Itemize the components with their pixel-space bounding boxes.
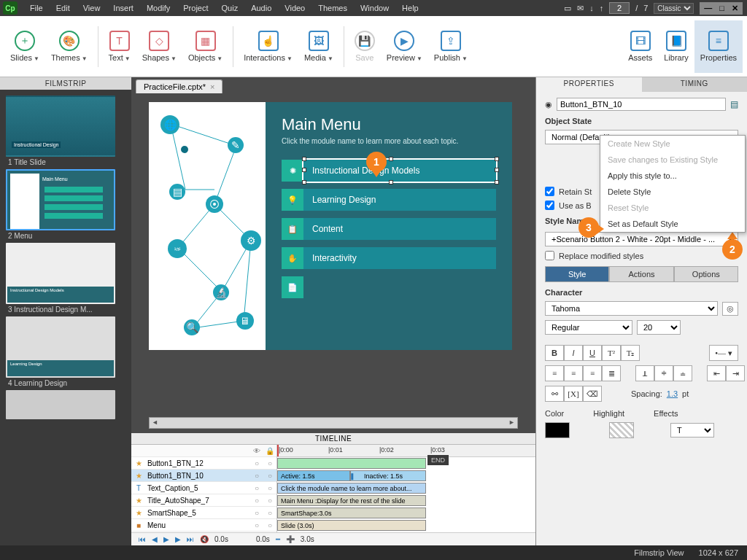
eye-icon[interactable]: 👁 <box>250 447 263 455</box>
subtab-options[interactable]: Options <box>674 266 738 282</box>
tl-zoomin-icon[interactable]: ➕ <box>286 535 295 543</box>
bold-button[interactable]: B <box>545 345 564 361</box>
window-close-icon[interactable]: ✕ <box>732 4 738 13</box>
menu-window[interactable]: Window <box>354 4 395 12</box>
window-min-icon[interactable]: — <box>704 4 712 13</box>
style-name-select[interactable]: +Scenario Button 2 - White - 20pt - Midd… <box>545 232 738 246</box>
down-arrow-icon[interactable]: ↓ <box>589 4 594 12</box>
var-button[interactable]: [X] <box>564 386 583 402</box>
effects-select[interactable]: T <box>670 423 714 438</box>
clear-button[interactable]: ⌫ <box>583 386 602 402</box>
workspace-select[interactable]: Classic <box>654 3 694 14</box>
document-tab[interactable]: PracticeFile.cptx* × <box>136 79 222 93</box>
font-weight-select[interactable]: Regular <box>545 320 632 335</box>
align-right-button[interactable]: ≡ <box>583 365 602 381</box>
window-max-icon[interactable]: □ <box>719 4 724 13</box>
page-current-input[interactable]: 2 <box>609 2 630 14</box>
close-tab-icon[interactable]: × <box>210 82 214 91</box>
ribbon-preview[interactable]: ▶Preview▼ <box>381 20 428 73</box>
timeline-bar-inactive[interactable]: ❚❚Inactive: 1.5s <box>350 470 426 481</box>
timeline-ruler[interactable]: |0:00 |0:01 |0:02 |0:03 <box>277 445 535 457</box>
ribbon-publish[interactable]: ⇪Publish▼ <box>428 20 473 73</box>
list-button[interactable]: •— ▾ <box>709 345 738 361</box>
ribbon-interactions[interactable]: ☝Interactions▼ <box>238 20 298 73</box>
menu-button-1[interactable]: ✺ Instructional Design Models <box>282 160 496 182</box>
italic-button[interactable]: I <box>564 345 583 361</box>
menu-button-3[interactable]: 📋Content <box>282 218 496 240</box>
timeline-bar-5[interactable]: SmartShape:3.0s <box>277 508 426 518</box>
highlight-swatch[interactable] <box>609 422 634 438</box>
replace-styles-checkbox[interactable] <box>545 251 554 260</box>
ctx-set-default-style[interactable]: Set as Default Style <box>600 216 745 232</box>
tl-play-icon[interactable]: ▶ <box>163 535 169 543</box>
layout-icon[interactable]: ▭ <box>564 4 571 13</box>
align-justify-button[interactable]: ≣ <box>602 365 621 381</box>
lock-icon[interactable]: 🔒 <box>263 447 276 455</box>
timeline-bar-4[interactable]: Main Menu :Display for the rest of the s… <box>277 495 426 506</box>
valign-top-button[interactable]: ⫫ <box>635 365 654 381</box>
timeline-bar-active[interactable]: Active: 1.5s <box>277 470 350 481</box>
font-size-select[interactable]: 20 <box>637 320 681 335</box>
retain-checkbox[interactable] <box>545 187 554 196</box>
ribbon-themes[interactable]: 🎨Themes▼ <box>45 20 93 73</box>
menu-file[interactable]: File <box>23 4 50 12</box>
ctx-delete-style[interactable]: Delete Style <box>600 184 745 200</box>
align-left-button[interactable]: ≡ <box>545 365 564 381</box>
timeline-row-6[interactable]: ■Menu○○ <box>131 519 276 532</box>
spacing-value[interactable]: 1.3 <box>667 389 678 398</box>
menu-themes[interactable]: Themes <box>311 4 354 12</box>
canvas-hscrollbar[interactable] <box>149 417 518 429</box>
menu-project[interactable]: Project <box>177 4 214 12</box>
filmstrip-thumb-2[interactable]: Main Menu 2 Menu <box>6 169 125 240</box>
timeline-row-5[interactable]: ★SmartShape_5○○ <box>131 507 276 519</box>
valign-mid-button[interactable]: ⫩ <box>654 365 673 381</box>
panel-menu-icon[interactable]: ▤ <box>730 99 738 109</box>
useas-checkbox[interactable] <box>545 201 554 210</box>
mail-icon[interactable]: ✉ <box>577 4 584 13</box>
menu-modify[interactable]: Modify <box>140 4 177 12</box>
tl-last-icon[interactable]: ⏭ <box>187 535 194 543</box>
menu-video[interactable]: Video <box>278 4 311 12</box>
filmstrip-thumb-3[interactable]: Instructional Design Models 3 Instructio… <box>6 243 125 314</box>
ctx-apply-style[interactable]: Apply this style to... <box>600 168 745 184</box>
ribbon-slides[interactable]: ＋Slides▼ <box>4 20 45 73</box>
filmstrip-thumb-4[interactable]: Learning Design 4 Learning Design <box>6 316 125 387</box>
timeline-row-1[interactable]: ★Button1_BTN_12○○ <box>131 457 276 470</box>
style-context-menu[interactable]: Create New Style Save changes to Existin… <box>600 135 746 233</box>
underline-button[interactable]: U <box>583 345 602 361</box>
up-arrow-icon[interactable]: ↑ <box>600 4 604 12</box>
filmstrip-thumb-5[interactable] <box>6 390 125 419</box>
menu-quiz[interactable]: Quiz <box>215 4 245 12</box>
ribbon-library[interactable]: 📘Library <box>658 20 694 73</box>
ribbon-assets[interactable]: 🎞Assets <box>622 20 658 73</box>
subscript-button[interactable]: T₂ <box>621 345 640 361</box>
filmstrip-thumb-1[interactable]: Instructional Design 1 Title Slide <box>6 96 125 166</box>
timeline-bar-6[interactable]: Slide (3.0s) <box>277 520 426 531</box>
align-center-button[interactable]: ≡ <box>564 365 583 381</box>
ribbon-properties[interactable]: ≡Properties <box>694 20 743 73</box>
menu-view[interactable]: View <box>77 4 107 12</box>
subtab-style[interactable]: Style <box>545 266 609 282</box>
tl-first-icon[interactable]: ⏮ <box>139 535 146 543</box>
color-swatch[interactable] <box>545 422 570 438</box>
tl-prev-icon[interactable]: ◀ <box>152 535 158 543</box>
panel-tab-timing[interactable]: TIMING <box>642 77 748 92</box>
tl-next-icon[interactable]: ▶ <box>175 535 181 543</box>
tl-zoomout-icon[interactable]: ━ <box>276 535 280 543</box>
tl-mute-icon[interactable]: 🔇 <box>200 535 209 543</box>
menu-button-5[interactable]: 📄 <box>282 276 311 298</box>
timeline-bar-3[interactable]: Click the module name to learn more abou… <box>277 483 426 494</box>
menu-insert[interactable]: Insert <box>107 4 140 12</box>
ribbon-objects[interactable]: ▦Objects▼ <box>182 20 228 73</box>
indent-left-button[interactable]: ⇤ <box>707 365 726 381</box>
menu-edit[interactable]: Edit <box>50 4 77 12</box>
ribbon-media[interactable]: 🖼Media▼ <box>298 20 339 73</box>
ribbon-text[interactable]: TText▼ <box>103 20 136 73</box>
slide-canvas[interactable]: 🌐 ✎ ⦿ ▤ ⚙ ⎃ 🔬 🖥 🔍 Main Menu Click the mo… <box>149 102 512 350</box>
visibility-icon[interactable]: ◉ <box>545 100 552 109</box>
superscript-button[interactable]: T² <box>602 345 621 361</box>
timeline-controls[interactable]: ⏮ ◀ ▶ ▶ ⏭ 🔇 0.0s 0.0s ━ ➕ 3.0s <box>131 532 535 545</box>
menu-button-4[interactable]: ✋Interactivity <box>282 247 496 269</box>
object-name-input[interactable] <box>557 98 726 111</box>
indent-right-button[interactable]: ⇥ <box>726 365 745 381</box>
